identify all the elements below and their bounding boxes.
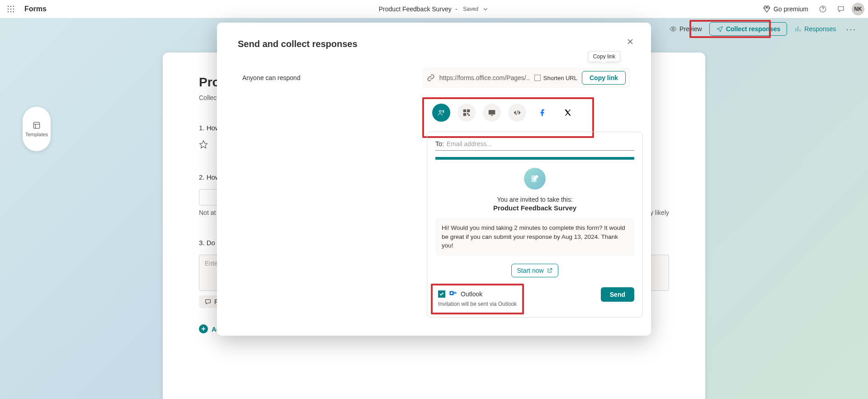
svg-rect-16 (467, 109, 470, 112)
shorten-url-checkbox[interactable]: Shorten URL (534, 75, 577, 81)
highlight-outlook-option (431, 284, 524, 314)
email-to-field[interactable]: To: Email address... (435, 140, 634, 151)
svg-point-10 (822, 10, 823, 11)
share-qr-icon[interactable] (458, 104, 476, 122)
send-collect-modal: Send and collect responses Anyone can re… (217, 23, 651, 336)
svg-rect-12 (33, 122, 39, 128)
svg-rect-17 (463, 114, 466, 116)
svg-point-1 (10, 5, 12, 7)
close-button[interactable] (623, 34, 637, 49)
external-link-icon (547, 267, 553, 274)
templates-button[interactable]: Templates (23, 107, 51, 151)
copy-link-button[interactable]: Copy link (582, 71, 626, 85)
share-link-box: Copy link https://forms.office.com/Pages… (422, 67, 630, 88)
svg-point-8 (13, 11, 14, 12)
templates-label: Templates (25, 132, 48, 137)
start-now-label: Start now (517, 267, 543, 274)
collect-responses-label: Collect responses (726, 25, 781, 33)
plus-icon: + (199, 324, 208, 333)
go-premium-label: Go premium (774, 5, 808, 13)
svg-rect-20 (489, 110, 495, 114)
email-invite-line: You are invited to take this: (435, 196, 634, 203)
chat-icon[interactable] (834, 2, 848, 16)
share-embed-icon[interactable] (508, 104, 526, 122)
email-message-body[interactable]: Hi! Would you mind taking 2 minutes to c… (435, 218, 634, 256)
preview-label: Preview (679, 25, 702, 33)
audience-dropdown[interactable]: Anyone can respond (238, 72, 305, 83)
responses-button[interactable]: Responses (789, 23, 841, 35)
responses-label: Responses (804, 25, 836, 33)
svg-point-11 (672, 28, 674, 30)
app-name[interactable]: Forms (24, 5, 47, 13)
svg-point-13 (439, 110, 442, 113)
svg-rect-18 (467, 114, 468, 114)
outlook-label: Outlook (461, 290, 482, 298)
nps-high-label: y likely (650, 209, 669, 216)
save-status-chevron-icon[interactable] (482, 5, 489, 13)
checkbox-icon (534, 75, 541, 81)
save-status: Saved (463, 6, 478, 12)
svg-point-6 (8, 11, 9, 12)
outlook-checkbox[interactable] (438, 290, 445, 298)
preview-button[interactable]: Preview (664, 23, 708, 35)
svg-point-7 (10, 11, 12, 12)
svg-rect-19 (469, 115, 470, 116)
outlook-icon (449, 289, 457, 299)
nps-low-label: Not at (199, 209, 216, 216)
start-now-button[interactable]: Start now (511, 264, 558, 277)
copy-link-tooltip: Copy link (588, 51, 620, 62)
email-invite-title: Product Feedback Survey (435, 204, 634, 212)
svg-point-5 (13, 8, 14, 10)
email-invite-panel: To: Email address... You are invited to … (427, 132, 643, 318)
share-invite-icon[interactable] (432, 104, 450, 122)
share-x-icon[interactable] (559, 104, 577, 122)
share-link-url[interactable]: https://forms.office.com/Pages/... (439, 74, 530, 81)
outlook-sublabel: Invitation will be sent via Outlook (438, 301, 517, 307)
email-to-placeholder: Email address... (447, 140, 492, 147)
go-premium-button[interactable]: Go premium (759, 3, 812, 15)
svg-point-0 (8, 5, 9, 7)
svg-rect-15 (463, 109, 466, 112)
email-accent-bar (435, 157, 634, 160)
send-button[interactable]: Send (601, 287, 634, 302)
svg-point-2 (13, 5, 14, 7)
avatar[interactable]: NK (852, 3, 864, 15)
form-title[interactable]: Product Feedback Survey (379, 5, 452, 13)
svg-point-3 (8, 8, 9, 10)
modal-title: Send and collect responses (238, 39, 630, 49)
app-launcher-icon[interactable] (4, 2, 18, 16)
email-form-icon (524, 168, 546, 190)
help-icon[interactable] (816, 2, 830, 16)
share-facebook-icon[interactable] (533, 104, 552, 122)
svg-point-4 (10, 8, 12, 10)
email-to-label: To: (435, 140, 444, 147)
share-present-icon[interactable] (483, 104, 501, 122)
shorten-url-label: Shorten URL (543, 75, 577, 81)
collect-responses-button[interactable]: Collect responses (709, 22, 788, 36)
svg-point-14 (443, 110, 444, 112)
link-icon (427, 74, 435, 82)
svg-point-22 (451, 292, 453, 294)
share-method-row (427, 100, 599, 125)
outlook-option[interactable]: Outlook Invitation will be sent via Outl… (435, 287, 519, 309)
more-button[interactable]: ··· (843, 21, 859, 37)
app-header: Forms Product Feedback Survey - Saved Go… (0, 0, 868, 18)
